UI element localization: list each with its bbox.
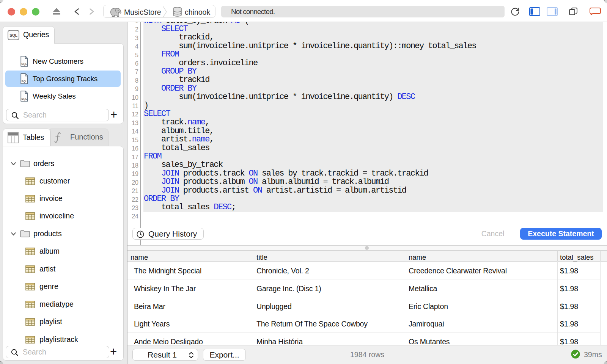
svg-text:SQL: SQL	[9, 33, 17, 38]
